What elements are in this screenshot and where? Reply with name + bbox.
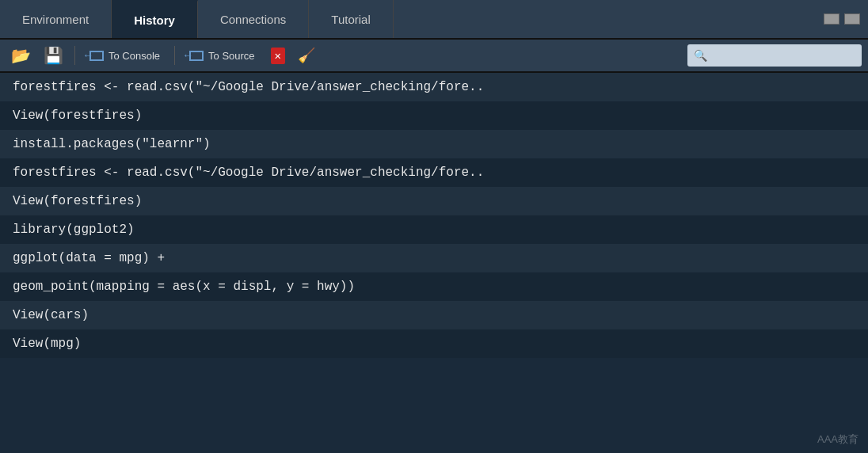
toolbar-separator-2 bbox=[174, 46, 175, 65]
search-icon: 🔍 bbox=[694, 49, 707, 63]
save-button[interactable]: 💾 bbox=[39, 44, 68, 67]
delete-icon: ✕ bbox=[271, 48, 285, 64]
toolbar: 📂 💾 ← To Console ← To Source ✕ 🧹 bbox=[0, 40, 868, 73]
open-folder-icon: 📂 bbox=[11, 46, 31, 66]
to-source-icon: ← bbox=[189, 51, 204, 61]
tab-environment-label: Environment bbox=[22, 13, 89, 26]
tab-history[interactable]: History bbox=[112, 0, 198, 38]
history-line-10[interactable]: View(mpg) bbox=[0, 329, 868, 358]
broom-icon: 🧹 bbox=[298, 47, 315, 64]
to-console-icon: ← bbox=[89, 51, 104, 61]
maximize-icon[interactable] bbox=[844, 13, 860, 25]
to-console-label: To Console bbox=[108, 50, 160, 62]
minimize-icon[interactable] bbox=[824, 13, 839, 25]
search-input[interactable] bbox=[710, 50, 855, 62]
history-line-4[interactable]: forestfires <- read.csv("~/Google Drive/… bbox=[0, 158, 868, 187]
app-container: Environment History Connections Tutorial… bbox=[0, 0, 868, 453]
window-controls bbox=[824, 0, 868, 38]
save-icon: 💾 bbox=[44, 46, 63, 66]
to-console-button[interactable]: ← To Console bbox=[82, 44, 168, 67]
history-line-8[interactable]: geom_point(mapping = aes(x = displ, y = … bbox=[0, 272, 868, 301]
clear-button[interactable]: 🧹 bbox=[293, 44, 320, 67]
tab-environment[interactable]: Environment bbox=[0, 0, 112, 38]
tab-tutorial-label: Tutorial bbox=[331, 13, 370, 26]
history-line-1[interactable]: forestfires <- read.csv("~/Google Drive/… bbox=[0, 73, 868, 101]
tab-history-label: History bbox=[134, 13, 175, 27]
tab-connections[interactable]: Connections bbox=[198, 0, 309, 38]
history-line-6[interactable]: library(ggplot2) bbox=[0, 215, 868, 244]
history-line-9[interactable]: View(cars) bbox=[0, 301, 868, 329]
tab-tutorial[interactable]: Tutorial bbox=[309, 0, 393, 38]
history-line-7[interactable]: ggplot(data = mpg) + bbox=[0, 244, 868, 272]
history-content: forestfires <- read.csv("~/Google Drive/… bbox=[0, 73, 868, 453]
tab-bar: Environment History Connections Tutorial bbox=[0, 0, 868, 40]
search-box[interactable]: 🔍 bbox=[687, 44, 862, 67]
history-line-2[interactable]: View(forestfires) bbox=[0, 101, 868, 130]
open-folder-button[interactable]: 📂 bbox=[6, 44, 36, 67]
toolbar-separator-1 bbox=[74, 46, 75, 65]
delete-button[interactable]: ✕ bbox=[266, 44, 290, 67]
history-line-5[interactable]: View(forestfires) bbox=[0, 187, 868, 215]
to-source-label: To Source bbox=[208, 50, 255, 62]
tab-connections-label: Connections bbox=[220, 13, 286, 26]
history-line-3[interactable]: install.packages("learnr") bbox=[0, 130, 868, 158]
to-source-button[interactable]: ← To Source bbox=[181, 44, 263, 67]
